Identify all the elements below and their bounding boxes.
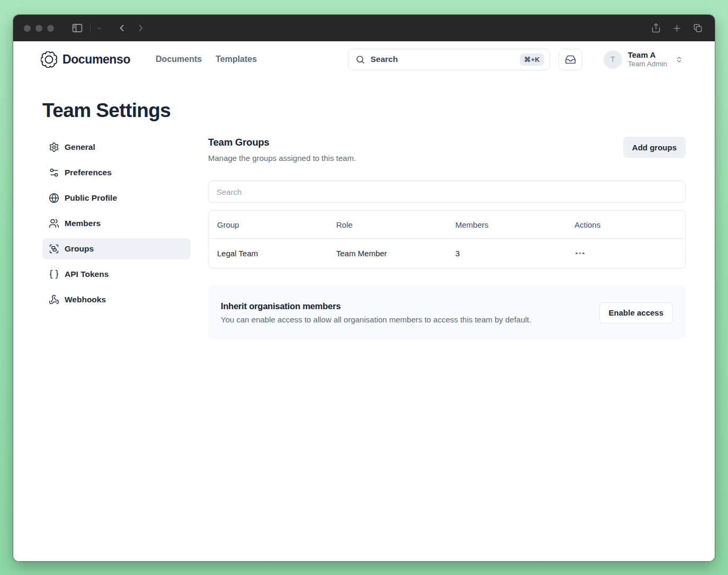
- tab-overview-button[interactable]: [693, 23, 703, 33]
- team-role: Team Admin: [628, 60, 667, 68]
- sidebar-item-label: Webhooks: [65, 295, 106, 304]
- ellipsis-icon: [579, 253, 581, 255]
- column-header-group: Group: [209, 220, 328, 229]
- primary-nav: Documents Templates: [156, 55, 257, 64]
- browser-window: Documenso Documents Templates ⌘+K T: [13, 15, 715, 561]
- tabs-overview-icon: [693, 23, 703, 33]
- column-header-role: Role: [328, 220, 447, 229]
- chevrons-up-down-icon: [673, 56, 683, 64]
- users-icon: [49, 218, 59, 229]
- group-icon: [49, 244, 59, 254]
- groups-search-input[interactable]: [208, 181, 686, 203]
- globe-icon: [49, 193, 59, 203]
- inbox-icon: [565, 54, 576, 65]
- chevron-right-icon: [136, 23, 146, 33]
- ellipsis-icon: [576, 253, 578, 255]
- sidebar-item-label: Preferences: [65, 168, 112, 177]
- forward-button[interactable]: [136, 23, 146, 33]
- sidebar-menu-chevron-button[interactable]: [96, 25, 103, 32]
- column-header-members: Members: [447, 220, 566, 229]
- enable-access-button[interactable]: Enable access: [599, 302, 673, 324]
- titlebar-divider: [90, 23, 91, 33]
- share-button[interactable]: [651, 23, 661, 33]
- sidebar-toggle-icon: [71, 22, 84, 34]
- sidebar-item-label: General: [65, 142, 95, 152]
- sidebar-item-api-tokens[interactable]: API Tokens: [42, 264, 191, 285]
- settings-sidebar: General Preferences Public Profile: [42, 137, 191, 315]
- back-button[interactable]: [116, 23, 127, 33]
- nav-templates[interactable]: Templates: [215, 55, 257, 64]
- brand-name: Documenso: [62, 52, 130, 67]
- sliders-icon: [49, 167, 59, 178]
- team-avatar: T: [604, 50, 622, 69]
- section-header: Team Groups Manage the groups assigned t…: [208, 137, 686, 163]
- share-icon: [651, 23, 661, 33]
- sidebar-item-groups[interactable]: Groups: [42, 238, 191, 259]
- sidebar-toggle-button[interactable]: [71, 22, 84, 34]
- inbox-button[interactable]: [559, 49, 582, 70]
- chevron-left-icon: [116, 23, 127, 33]
- sidebar-item-general[interactable]: General: [42, 137, 191, 158]
- sidebar-item-label: Members: [65, 219, 101, 228]
- gear-icon: [49, 142, 59, 152]
- page-content: Documenso Documents Templates ⌘+K T: [13, 41, 715, 561]
- groups-table: Group Role Members Actions Legal Team Te…: [208, 210, 686, 268]
- cell-group: Legal Team: [209, 249, 328, 258]
- close-window-button[interactable]: [24, 25, 31, 32]
- browser-titlebar: [13, 15, 715, 41]
- search-shortcut-badge: ⌘+K: [520, 53, 544, 66]
- documenso-logo-icon: [41, 51, 57, 68]
- inherit-description: You can enable access to allow all organ…: [221, 315, 531, 324]
- cell-role: Team Member: [328, 249, 447, 258]
- webhook-icon: [49, 294, 59, 305]
- inherit-title: Inherit organisation members: [221, 301, 531, 311]
- table-header-row: Group Role Members Actions: [209, 211, 685, 238]
- app-header: Documenso Documents Templates ⌘+K T: [13, 41, 715, 76]
- global-search-input[interactable]: [371, 55, 515, 64]
- sidebar-item-webhooks[interactable]: Webhooks: [42, 289, 191, 310]
- sidebar-item-label: Public Profile: [65, 193, 117, 203]
- search-icon: [355, 55, 365, 65]
- nav-documents[interactable]: Documents: [156, 55, 202, 64]
- traffic-lights: [24, 25, 54, 32]
- table-row: Legal Team Team Member 3: [209, 238, 685, 268]
- page-title: Team Settings: [42, 100, 715, 122]
- chevron-down-icon: [96, 25, 103, 32]
- new-tab-button[interactable]: [672, 23, 682, 33]
- row-actions-button[interactable]: [574, 250, 586, 257]
- ellipsis-icon: [582, 253, 585, 255]
- sidebar-item-members[interactable]: Members: [42, 213, 191, 234]
- sidebar-item-public-profile[interactable]: Public Profile: [42, 187, 191, 209]
- groups-panel: Team Groups Manage the groups assigned t…: [208, 137, 686, 339]
- add-groups-button[interactable]: Add groups: [623, 137, 686, 158]
- braces-icon: [49, 269, 59, 280]
- section-title: Team Groups: [208, 137, 356, 148]
- zoom-window-button[interactable]: [47, 25, 54, 32]
- global-search[interactable]: ⌘+K: [348, 49, 550, 70]
- sidebar-item-label: Groups: [65, 244, 94, 254]
- sidebar-item-label: API Tokens: [65, 269, 109, 279]
- cell-members: 3: [447, 249, 566, 258]
- team-name: Team A: [628, 50, 667, 60]
- section-description: Manage the groups assigned to this team.: [208, 154, 356, 163]
- plus-icon: [672, 23, 682, 33]
- team-switcher[interactable]: T Team A Team Admin: [604, 50, 683, 69]
- minimize-window-button[interactable]: [35, 25, 42, 32]
- column-header-actions: Actions: [566, 220, 685, 229]
- sidebar-item-preferences[interactable]: Preferences: [42, 162, 191, 183]
- settings-layout: General Preferences Public Profile: [13, 137, 715, 339]
- brand[interactable]: Documenso: [41, 51, 130, 68]
- inherit-members-card: Inherit organisation members You can ena…: [208, 286, 686, 339]
